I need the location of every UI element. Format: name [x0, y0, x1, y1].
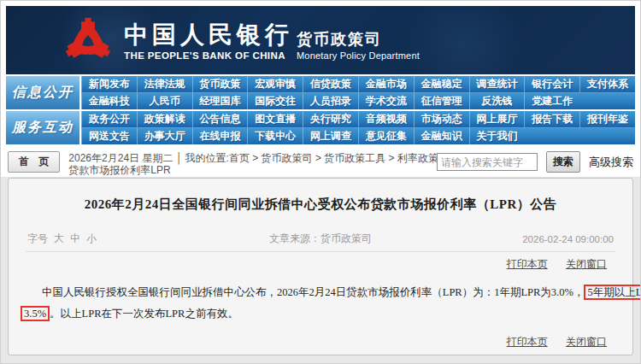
close-window-link[interactable]: 关闭窗口 — [566, 258, 607, 270]
nav-item-jingliguoku[interactable]: 经理国库 — [192, 93, 248, 109]
nav-item-gonggaoxinxi[interactable]: 公告信息 — [192, 111, 248, 127]
nav-item-zhengwugongkai[interactable]: 政务公开 — [81, 111, 137, 127]
nav-item-wangshangdiaocha[interactable]: 网上调查 — [303, 128, 358, 144]
nav-item-baogaoxiazai[interactable]: 报告下载 — [524, 111, 579, 127]
dept-name-cn: 货币政策司 — [297, 29, 420, 50]
divider — [26, 251, 615, 252]
nav-rows-info: 新闻发布 法律法规 货币政策 宏观审慎 信贷政策 金融市场 金融稳定 调查统计 … — [81, 76, 635, 109]
nav-section-label-service[interactable]: 服务互动 — [6, 111, 79, 144]
nav-item-jinrongkeji[interactable]: 金融科技 — [81, 93, 137, 109]
article-body: 中国人民银行授权全国银行间同业拆借中心公布，2026年2月24日贷款市场报价利率… — [21, 282, 620, 325]
nav-item-dangjiangongzuo[interactable]: 党建工作 — [524, 93, 579, 109]
main-nav: 信息公开 新闻发布 法律法规 货币政策 宏观审慎 信贷政策 金融市场 金融稳定 … — [1, 74, 640, 144]
nav-item-tuwenzhibo[interactable]: 图文直播 — [247, 111, 303, 127]
nav-item-wangsongwengao[interactable]: 网送文告 — [81, 128, 137, 144]
nav-item-wangshangzhanting[interactable]: 网上展厅 — [469, 111, 525, 127]
article-datetime: 2026-02-24 09:00:00 — [522, 234, 614, 244]
dept-name-en: Monetary Policy Department — [297, 50, 420, 61]
nav-item-renyuanzhaolu[interactable]: 人员招录 — [303, 93, 358, 109]
article-panel: 2026年2月24日全国银行间同业拆借中心受权公布贷款市场报价利率（LPR）公告… — [8, 178, 633, 355]
paragraph-text-1: 中国人民银行授权全国银行间同业拆借中心公布，2026年2月24日贷款市场报价利率… — [42, 286, 584, 298]
nav-item-hongguanshenshen[interactable]: 宏观审慎 — [247, 76, 303, 92]
nav-item-xindaizhengce[interactable]: 信贷政策 — [303, 76, 358, 92]
nav-rows-service: 政务公开 政策解读 公告信息 图文直播 央行研究 音频视频 市场动态 网上展厅 … — [81, 111, 635, 144]
article-meta-row: 字号 大 中 小 文章来源：货币政策司 2026-02-24 09:00:00 — [27, 232, 614, 246]
nav-item-diaochatongji[interactable]: 调查统计 — [469, 76, 525, 92]
nav-cell-empty — [524, 128, 579, 144]
page-background: 2026年2月24日全国银行间同业拆借中心受权公布贷款市场报价利率（LPR）公告… — [1, 178, 640, 364]
nav-item-guojijiaowang[interactable]: 国际交往 — [247, 93, 303, 109]
article-paragraph-line-1: 中国人民银行授权全国银行间同业拆借中心公布，2026年2月24日贷款市场报价利率… — [21, 282, 620, 303]
font-size-label: 字号 — [27, 232, 48, 246]
highlight-5y-lpr: 5年期以上LPR为 — [584, 285, 641, 300]
print-close-row-bottom: 打印本页 关闭窗口 — [9, 335, 607, 349]
nav-row-3: 政务公开 政策解读 公告信息 图文直播 央行研究 音频视频 市场动态 网上展厅 … — [81, 111, 635, 127]
search-button[interactable]: 搜索 — [546, 151, 580, 173]
nav-row-4: 网送文告 办事大厅 在线申报 下载中心 网上调查 意见征集 金融知识 关于我们 — [81, 127, 635, 144]
print-page-link[interactable]: 打印本页 — [507, 258, 548, 270]
nav-item-jinrongshichang[interactable]: 金融市场 — [358, 76, 414, 92]
nav-item-xiazaizhongxin[interactable]: 下载中心 — [247, 128, 303, 144]
nav-item-yanghangyanjiu[interactable]: 央行研究 — [303, 111, 358, 127]
print-page-link[interactable]: 打印本页 — [507, 336, 548, 348]
nav-item-renminbi[interactable]: 人民币 — [137, 93, 192, 109]
article-paragraph-line-2: 3.5%。以上LPR在下一次发布LPR之前有效。 — [21, 303, 620, 325]
article-title: 2026年2月24日全国银行间同业拆借中心受权公布贷款市场报价利率（LPR）公告 — [9, 179, 632, 213]
search-input[interactable] — [437, 153, 538, 171]
header: 中国人民银行 THE PEOPLE'S BANK OF CHINA 货币政策司 … — [1, 1, 640, 74]
font-size-small[interactable]: 小 — [86, 232, 97, 246]
search-area: 搜索 高级搜索 — [437, 151, 633, 173]
nav-item-huobizhengce[interactable]: 货币政策 — [192, 76, 248, 92]
breadcrumb-bar: 首 页 2026年2月24日 星期二 │ 我的位置:首页 > 货币政策司 > 货… — [1, 146, 640, 178]
nav-item-jinrongwending[interactable]: 金融稳定 — [414, 76, 469, 92]
nav-row-2: 金融科技 人民币 经理国库 国际交往 人员招录 学术交流 征信管理 反洗钱 党建… — [81, 92, 635, 109]
nav-item-shichangdongtai[interactable]: 市场动态 — [414, 111, 469, 127]
header-banner: 中国人民银行 THE PEOPLE'S BANK OF CHINA 货币政策司 … — [6, 6, 635, 74]
font-size-large[interactable]: 大 — [54, 232, 64, 246]
nav-item-zhifutixi[interactable]: 支付体系 — [579, 76, 635, 92]
bank-title-block: 中国人民银行 THE PEOPLE'S BANK OF CHINA — [124, 21, 293, 61]
nav-item-baokannianjian[interactable]: 报刊年鉴 — [579, 111, 635, 127]
nav-item-falvfagui[interactable]: 法律法规 — [137, 76, 192, 92]
nav-section-info: 信息公开 新闻发布 法律法规 货币政策 宏观审慎 信贷政策 金融市场 金融稳定 … — [6, 76, 635, 109]
highlight-rate-value: 3.5% — [21, 306, 50, 321]
nav-item-jinrongzhishi[interactable]: 金融知识 — [414, 128, 469, 144]
nav-item-yinpinshipin[interactable]: 音频视频 — [358, 111, 414, 127]
breadcrumb[interactable]: 2026年2月24日 星期二 │ 我的位置:首页 > 货币政策司 > 货币政策工… — [68, 152, 455, 176]
nav-section-service: 服务互动 政务公开 政策解读 公告信息 图文直播 央行研究 音频视频 市场动态 … — [6, 111, 635, 144]
advanced-search-link[interactable]: 高级搜索 — [589, 155, 633, 170]
nav-cell-empty — [579, 128, 635, 144]
nav-item-xueshujiaoliu[interactable]: 学术交流 — [358, 93, 414, 109]
print-close-row-top: 打印本页 关闭窗口 — [9, 257, 607, 272]
nav-item-yinhangkuaiji[interactable]: 银行会计 — [524, 76, 579, 92]
bank-name-en: THE PEOPLE'S BANK OF CHINA — [124, 50, 293, 61]
dept-title-block: 货币政策司 Monetary Policy Department — [297, 29, 420, 61]
nav-section-label-info[interactable]: 信息公开 — [6, 76, 79, 109]
nav-item-zhengcejiedu[interactable]: 政策解读 — [137, 111, 192, 127]
nav-cell-empty — [579, 93, 635, 109]
nav-row-1: 新闻发布 法律法规 货币政策 宏观审慎 信贷政策 金融市场 金融稳定 调查统计 … — [81, 76, 635, 92]
font-size-controls: 字号 大 中 小 — [27, 232, 97, 246]
paragraph-text-2: 。以上LPR在下一次发布LPR之前有效。 — [50, 308, 238, 320]
nav-item-xinwenfabu[interactable]: 新闻发布 — [81, 76, 137, 92]
nav-item-yijianzhengji[interactable]: 意见征集 — [358, 128, 414, 144]
nav-item-zaixianshenbao[interactable]: 在线申报 — [192, 128, 248, 144]
home-button[interactable]: 首 页 — [8, 151, 60, 173]
nav-item-banshidating[interactable]: 办事大厅 — [137, 128, 192, 144]
nav-item-fanxiqian[interactable]: 反洗钱 — [469, 93, 525, 109]
font-size-medium[interactable]: 中 — [70, 232, 80, 246]
close-window-link[interactable]: 关闭窗口 — [566, 336, 607, 348]
nav-item-guanyuwomen[interactable]: 关于我们 — [469, 128, 525, 144]
bank-name-cn: 中国人民银行 — [124, 21, 293, 50]
pboc-logo-icon — [62, 15, 114, 68]
nav-item-zhengxinguanli[interactable]: 征信管理 — [414, 93, 469, 109]
